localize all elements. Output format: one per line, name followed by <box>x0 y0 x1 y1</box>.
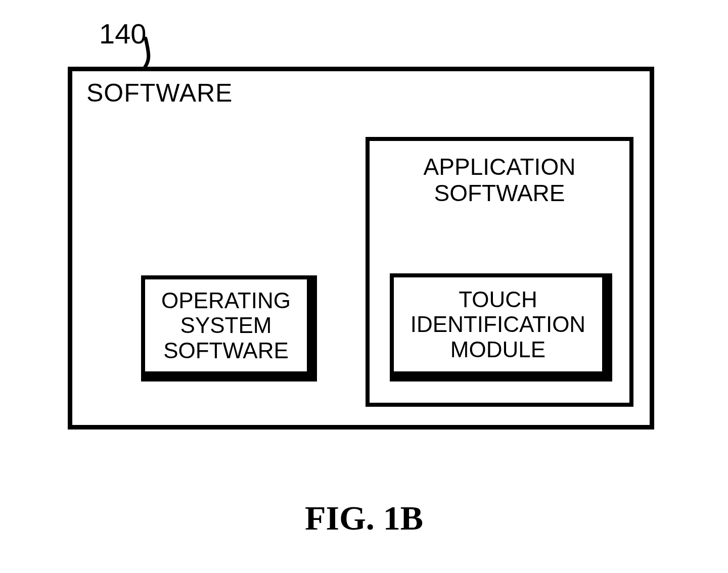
app-line-2: SOFTWARE <box>434 180 565 206</box>
application-software-title: APPLICATION SOFTWARE <box>370 154 629 206</box>
app-line-1: APPLICATION <box>424 154 576 180</box>
touch-identification-box-inner: TOUCH IDENTIFICATION MODULE <box>390 273 606 375</box>
os-line-3: SOFTWARE <box>163 338 289 363</box>
figure-caption: FIG. 1B <box>0 498 728 538</box>
ref-label-140: 140 <box>99 17 146 50</box>
software-box-title: SOFTWARE <box>86 78 233 108</box>
operating-system-box-inner: OPERATING SYSTEM SOFTWARE <box>141 275 311 375</box>
operating-system-box: OPERATING SYSTEM SOFTWARE <box>141 275 317 381</box>
software-box: SOFTWARE OPERATING SYSTEM SOFTWARE APPLI… <box>68 67 654 429</box>
diagram-canvas: 140 190 191 192 SOFTWARE OPERATING SYSTE… <box>0 0 728 573</box>
application-software-box: APPLICATION SOFTWARE TOUCH IDENTIFICATIO… <box>366 137 633 407</box>
touch-line-1: TOUCH <box>459 287 537 312</box>
os-line-1: OPERATING <box>161 288 291 313</box>
touch-line-3: MODULE <box>450 337 545 362</box>
touch-line-2: IDENTIFICATION <box>411 312 585 337</box>
touch-identification-box: TOUCH IDENTIFICATION MODULE <box>390 273 612 381</box>
os-line-2: SYSTEM <box>180 313 272 338</box>
